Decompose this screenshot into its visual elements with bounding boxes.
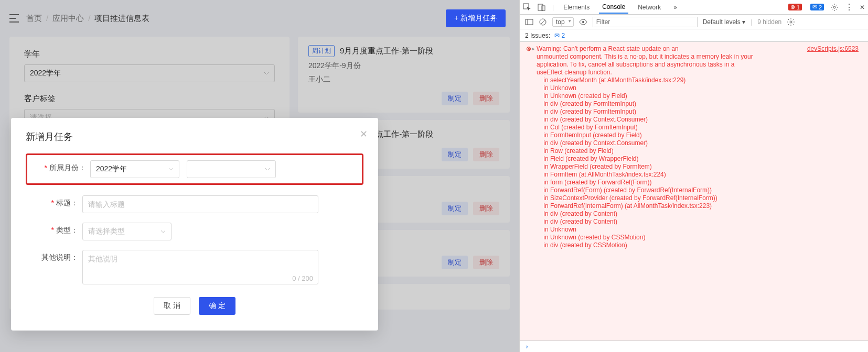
console-log-line: unmounted component. This is a no-op, bu… <box>522 53 868 61</box>
console-log-line: in Unknown (created by Field) <box>522 92 868 100</box>
breadcrumb-sep: / <box>46 14 48 24</box>
console-log-line: in div (created by FormItemInput) <box>522 108 868 116</box>
desc-textarea[interactable] <box>82 250 318 284</box>
console-log-line: application. To fix, cancel all subscrip… <box>522 61 868 69</box>
console-log-line: in selectYearMonth (at AllMonthTask/inde… <box>522 76 868 84</box>
chevron-down-icon <box>265 168 270 171</box>
type-placeholder: 请选择类型 <box>88 227 125 236</box>
console-log-line: in div (created by FormItemInput) <box>522 100 868 108</box>
year-select-value: 2022学年 <box>96 164 127 174</box>
console-log-line: in form (created by ForwardRef(Form)) <box>522 179 868 186</box>
breadcrumb-sep: / <box>88 14 90 24</box>
context-select[interactable]: top <box>552 17 574 27</box>
issues-bar[interactable]: 2 Issues: ✉ 2 <box>520 29 868 42</box>
tab-console[interactable]: Console <box>599 1 628 14</box>
new-task-modal: 新增月任务 ✕ 所属月份： 2022学年 标题： <box>11 118 378 331</box>
app-pane: 首页 / 应用中心 / 项目推进信息表 + 新增月任务 学年 2022学年 客户… <box>0 0 519 352</box>
console-log-line: in ForwardRef(Form) (created by ForwardR… <box>522 186 868 194</box>
console-log-line: in Col (created by FormItemInput) <box>522 124 868 131</box>
devtools-pane: | Elements Console Network » ⊗1 ✉2 ⋮ ✕ t… <box>519 0 868 352</box>
highlight-box: 所属月份： 2022学年 <box>26 153 363 185</box>
console-log-line: in SizeContextProvider (created by Forwa… <box>522 194 868 202</box>
levels-select[interactable]: Default levels ▾ <box>703 18 745 26</box>
breadcrumb-current: 项目推进信息表 <box>94 14 149 24</box>
type-label: 类型： <box>26 223 78 235</box>
console-log-line: useEffect cleanup function. <box>522 69 868 76</box>
close-icon[interactable]: ✕ <box>360 128 368 140</box>
year-select[interactable]: 2022学年 <box>90 160 179 178</box>
ok-button[interactable]: 确 定 <box>199 297 235 315</box>
console-log-line: in div (created by Context.Consumer) <box>522 139 868 147</box>
console-toolbar: top Default levels ▾ | 9 hidden <box>520 15 868 29</box>
clear-console-icon[interactable] <box>539 18 547 26</box>
chevron-down-icon <box>168 168 174 171</box>
cancel-button[interactable]: 取 消 <box>154 297 190 315</box>
svg-point-3 <box>833 6 835 8</box>
hidden-count: 9 hidden <box>757 18 781 26</box>
breadcrumb-home[interactable]: 首页 <box>26 14 42 24</box>
issues-label: 2 Issues: <box>525 32 550 39</box>
title-input[interactable] <box>82 195 318 213</box>
sidebar-toggle-icon[interactable] <box>525 18 533 26</box>
console-log-line: in Unknown (created by CSSMotion) <box>522 234 868 241</box>
breadcrumb: 首页 / 应用中心 / 项目推进信息表 <box>26 14 149 24</box>
tab-network[interactable]: Network <box>635 2 664 13</box>
modal-actions: 取 消 确 定 <box>26 297 363 315</box>
console-log-line: Warning: Can't perform a React state upd… <box>522 45 868 53</box>
gear-icon[interactable] <box>830 3 839 12</box>
console-log: devScripts.js:6523 Warning: Can't perfor… <box>520 42 868 340</box>
device-icon[interactable] <box>538 3 546 12</box>
devtools-tabs: | Elements Console Network » ⊗1 ✉2 ⋮ ✕ <box>520 0 868 15</box>
svg-rect-2 <box>542 6 545 10</box>
console-log-line: in Unknown <box>522 84 868 92</box>
tab-elements[interactable]: Elements <box>560 2 593 13</box>
info-count-pill[interactable]: ✉2 <box>810 4 824 10</box>
topbar: 首页 / 应用中心 / 项目推进信息表 + 新增月任务 <box>0 0 519 31</box>
svg-line-7 <box>541 20 545 24</box>
console-prompt[interactable]: › <box>520 340 868 352</box>
console-log-line: in FormItem (at AllMonthTask/index.tsx:2… <box>522 171 868 179</box>
filter-input[interactable] <box>593 17 698 27</box>
close-devtools-icon[interactable]: ✕ <box>860 4 865 11</box>
svg-rect-1 <box>538 4 543 10</box>
console-log-line: in div (created by Content) <box>522 218 868 226</box>
console-log-line: in div (created by Context.Consumer) <box>522 116 868 124</box>
console-log-line: in FormItemInput (created by Field) <box>522 131 868 139</box>
svg-point-9 <box>790 21 792 23</box>
modal-title: 新增月任务 <box>26 130 363 143</box>
console-log-line: in div (created by Content) <box>522 210 868 218</box>
console-log-line: in div (created by CSSMotion) <box>522 241 868 249</box>
gear-icon[interactable] <box>787 18 795 26</box>
menu-fold-icon[interactable] <box>9 14 19 23</box>
console-log-line: in Row (created by Field) <box>522 147 868 155</box>
inspect-icon[interactable] <box>523 3 531 12</box>
char-counter: 0 / 200 <box>292 274 313 282</box>
month-label: 所属月份： <box>34 160 86 173</box>
desc-label: 其他说明： <box>26 250 78 262</box>
kebab-icon[interactable]: ⋮ <box>845 2 853 12</box>
month-select[interactable] <box>187 160 276 178</box>
eye-icon[interactable] <box>579 18 587 26</box>
error-count-pill[interactable]: ⊗1 <box>788 4 802 10</box>
console-log-line: in WrapperField (created by FormItem) <box>522 163 868 171</box>
console-log-line: in Unknown <box>522 226 868 234</box>
console-log-line: in ForwardRef(InternalForm) (at AllMonth… <box>522 202 868 210</box>
issues-link[interactable]: ✉ 2 <box>554 32 565 39</box>
tab-more[interactable]: » <box>670 2 680 13</box>
type-select[interactable]: 请选择类型 <box>82 223 172 240</box>
svg-point-8 <box>582 21 584 23</box>
title-label: 标题： <box>26 195 78 208</box>
svg-rect-4 <box>526 19 533 25</box>
chevron-down-icon <box>160 230 166 233</box>
breadcrumb-center[interactable]: 应用中心 <box>52 14 84 24</box>
console-log-line: in Field (created by WrapperField) <box>522 155 868 163</box>
topbar-left: 首页 / 应用中心 / 项目推进信息表 <box>9 14 149 24</box>
add-task-button[interactable]: + 新增月任务 <box>446 9 506 27</box>
